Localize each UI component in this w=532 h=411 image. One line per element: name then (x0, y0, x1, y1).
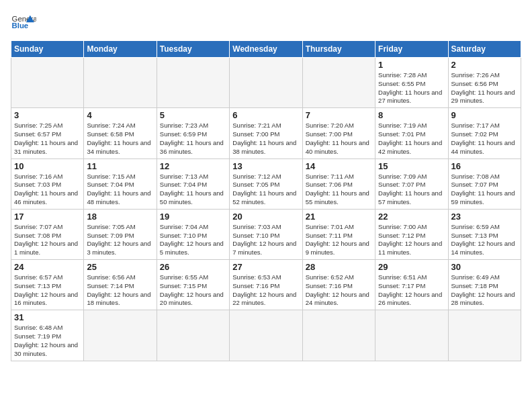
page: General Blue SundayMondayTuesdayWednesda… (0, 0, 532, 367)
calendar-cell (230, 58, 302, 108)
day-number: 27 (232, 262, 299, 272)
day-info: Sunrise: 7:07 AM Sunset: 7:08 PM Dayligh… (14, 223, 81, 257)
calendar-cell (230, 310, 302, 361)
day-number: 31 (14, 312, 81, 322)
day-number: 13 (232, 161, 299, 171)
calendar-cell: 13Sunrise: 7:12 AM Sunset: 7:05 PM Dayli… (230, 158, 302, 209)
calendar-cell: 27Sunrise: 6:53 AM Sunset: 7:16 PM Dayli… (230, 260, 302, 310)
calendar-cell: 31Sunrise: 6:48 AM Sunset: 7:19 PM Dayli… (11, 310, 84, 361)
day-number: 29 (378, 262, 445, 272)
day-info: Sunrise: 7:21 AM Sunset: 7:00 PM Dayligh… (232, 122, 299, 156)
calendar-week-row: 24Sunrise: 6:57 AM Sunset: 7:13 PM Dayli… (11, 260, 521, 310)
calendar-cell (302, 310, 375, 361)
day-number: 30 (451, 262, 518, 272)
day-number: 5 (160, 110, 226, 120)
calendar-cell: 29Sunrise: 6:51 AM Sunset: 7:17 PM Dayli… (375, 260, 448, 310)
calendar-week-row: 3Sunrise: 7:25 AM Sunset: 6:57 PM Daylig… (11, 108, 521, 158)
calendar-cell (375, 310, 448, 361)
day-number: 3 (14, 110, 81, 120)
day-number: 21 (306, 212, 372, 222)
day-info: Sunrise: 6:49 AM Sunset: 7:18 PM Dayligh… (451, 273, 518, 308)
day-info: Sunrise: 7:09 AM Sunset: 7:07 PM Dayligh… (378, 173, 445, 207)
day-info: Sunrise: 6:56 AM Sunset: 7:14 PM Dayligh… (87, 273, 153, 308)
day-info: Sunrise: 7:17 AM Sunset: 7:02 PM Dayligh… (451, 122, 518, 156)
calendar-cell (11, 58, 84, 108)
header: General Blue (11, 8, 521, 34)
day-info: Sunrise: 7:03 AM Sunset: 7:10 PM Dayligh… (232, 223, 299, 257)
calendar-cell: 2Sunrise: 7:26 AM Sunset: 6:56 PM Daylig… (448, 58, 521, 108)
logo: General Blue (11, 8, 36, 34)
day-info: Sunrise: 7:25 AM Sunset: 6:57 PM Dayligh… (14, 122, 81, 156)
calendar-cell: 11Sunrise: 7:15 AM Sunset: 7:04 PM Dayli… (84, 158, 157, 209)
day-info: Sunrise: 7:15 AM Sunset: 7:04 PM Dayligh… (87, 173, 153, 207)
day-info: Sunrise: 7:20 AM Sunset: 7:00 PM Dayligh… (306, 122, 372, 156)
calendar-cell: 1Sunrise: 7:28 AM Sunset: 6:55 PM Daylig… (375, 58, 448, 108)
day-info: Sunrise: 7:19 AM Sunset: 7:01 PM Dayligh… (378, 122, 445, 156)
day-number: 12 (160, 161, 226, 171)
day-number: 24 (14, 262, 81, 272)
day-number: 16 (451, 161, 518, 171)
day-info: Sunrise: 7:05 AM Sunset: 7:09 PM Dayligh… (87, 223, 153, 257)
calendar-cell: 12Sunrise: 7:13 AM Sunset: 7:04 PM Dayli… (157, 158, 229, 209)
calendar-cell: 17Sunrise: 7:07 AM Sunset: 7:08 PM Dayli… (11, 209, 84, 259)
day-info: Sunrise: 6:48 AM Sunset: 7:19 PM Dayligh… (14, 324, 81, 358)
day-number: 6 (232, 110, 299, 120)
calendar-cell: 25Sunrise: 6:56 AM Sunset: 7:14 PM Dayli… (84, 260, 157, 310)
calendar-cell: 7Sunrise: 7:20 AM Sunset: 7:00 PM Daylig… (302, 108, 375, 158)
calendar-cell: 8Sunrise: 7:19 AM Sunset: 7:01 PM Daylig… (375, 108, 448, 158)
calendar-cell: 20Sunrise: 7:03 AM Sunset: 7:10 PM Dayli… (230, 209, 302, 259)
calendar-cell (302, 58, 375, 108)
weekday-header: Monday (84, 41, 157, 58)
day-number: 2 (451, 60, 518, 70)
day-info: Sunrise: 6:59 AM Sunset: 7:13 PM Dayligh… (451, 223, 518, 257)
day-number: 25 (87, 262, 153, 272)
calendar-week-row: 31Sunrise: 6:48 AM Sunset: 7:19 PM Dayli… (11, 310, 521, 361)
calendar-cell: 18Sunrise: 7:05 AM Sunset: 7:09 PM Dayli… (84, 209, 157, 259)
calendar-cell (157, 58, 229, 108)
calendar-cell: 24Sunrise: 6:57 AM Sunset: 7:13 PM Dayli… (11, 260, 84, 310)
calendar-cell (84, 58, 157, 108)
calendar-cell: 26Sunrise: 6:55 AM Sunset: 7:15 PM Dayli… (157, 260, 229, 310)
day-info: Sunrise: 7:11 AM Sunset: 7:06 PM Dayligh… (306, 173, 372, 207)
day-number: 14 (306, 161, 372, 171)
day-info: Sunrise: 7:23 AM Sunset: 6:59 PM Dayligh… (160, 122, 226, 156)
day-number: 19 (160, 212, 226, 222)
day-info: Sunrise: 6:53 AM Sunset: 7:16 PM Dayligh… (232, 273, 299, 308)
day-info: Sunrise: 7:12 AM Sunset: 7:05 PM Dayligh… (232, 173, 299, 207)
day-number: 18 (87, 212, 153, 222)
day-info: Sunrise: 6:52 AM Sunset: 7:16 PM Dayligh… (306, 273, 372, 308)
day-info: Sunrise: 7:24 AM Sunset: 6:58 PM Dayligh… (87, 122, 153, 156)
calendar-cell: 16Sunrise: 7:08 AM Sunset: 7:07 PM Dayli… (448, 158, 521, 209)
day-info: Sunrise: 6:57 AM Sunset: 7:13 PM Dayligh… (14, 273, 81, 308)
day-number: 23 (451, 212, 518, 222)
day-info: Sunrise: 7:28 AM Sunset: 6:55 PM Dayligh… (378, 71, 445, 105)
weekday-header: Tuesday (157, 41, 229, 58)
day-number: 17 (14, 212, 81, 222)
day-number: 11 (87, 161, 153, 171)
day-number: 22 (378, 212, 445, 222)
day-info: Sunrise: 7:00 AM Sunset: 7:12 PM Dayligh… (378, 223, 445, 257)
calendar-cell: 5Sunrise: 7:23 AM Sunset: 6:59 PM Daylig… (157, 108, 229, 158)
weekday-header: Sunday (11, 41, 84, 58)
calendar-body: 1Sunrise: 7:28 AM Sunset: 6:55 PM Daylig… (11, 58, 521, 361)
day-info: Sunrise: 7:01 AM Sunset: 7:11 PM Dayligh… (306, 223, 372, 257)
day-number: 9 (451, 110, 518, 120)
calendar-cell: 28Sunrise: 6:52 AM Sunset: 7:16 PM Dayli… (302, 260, 375, 310)
day-info: Sunrise: 7:13 AM Sunset: 7:04 PM Dayligh… (160, 173, 226, 207)
calendar-cell (448, 310, 521, 361)
calendar-week-row: 10Sunrise: 7:16 AM Sunset: 7:03 PM Dayli… (11, 158, 521, 209)
calendar-cell: 19Sunrise: 7:04 AM Sunset: 7:10 PM Dayli… (157, 209, 229, 259)
day-info: Sunrise: 7:08 AM Sunset: 7:07 PM Dayligh… (451, 173, 518, 207)
calendar-cell: 30Sunrise: 6:49 AM Sunset: 7:18 PM Dayli… (448, 260, 521, 310)
calendar-cell: 15Sunrise: 7:09 AM Sunset: 7:07 PM Dayli… (375, 158, 448, 209)
calendar-cell: 14Sunrise: 7:11 AM Sunset: 7:06 PM Dayli… (302, 158, 375, 209)
day-number: 8 (378, 110, 445, 120)
calendar-cell (157, 310, 229, 361)
day-number: 20 (232, 212, 299, 222)
day-number: 4 (87, 110, 153, 120)
day-number: 10 (14, 161, 81, 171)
day-info: Sunrise: 7:26 AM Sunset: 6:56 PM Dayligh… (451, 71, 518, 105)
calendar-cell: 3Sunrise: 7:25 AM Sunset: 6:57 PM Daylig… (11, 108, 84, 158)
weekday-header: Friday (375, 41, 448, 58)
svg-text:Blue: Blue (12, 21, 29, 30)
